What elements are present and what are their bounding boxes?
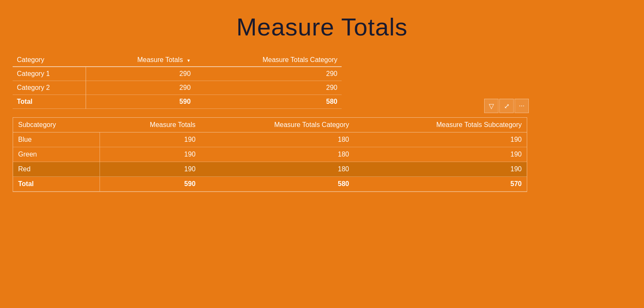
expand-button[interactable]: ⤢ [499, 99, 514, 113]
expand-icon: ⤢ [504, 102, 509, 110]
cell-total-mtc: 580 [195, 95, 342, 109]
col-header-subcategory[interactable]: Subcategory [13, 118, 100, 132]
cell-total-mts: 570 [354, 177, 527, 192]
col-header-subcategory-label: Subcategory [18, 121, 56, 128]
category-table: Category Measure Totals ▼ Measure Totals… [13, 54, 342, 109]
col-header-measure-totals-label: Measure Totals [137, 56, 183, 63]
cell-total-label: Total [13, 177, 100, 192]
cell-total-label: Total [13, 95, 86, 109]
cell-subcategory: Blue [13, 132, 100, 147]
subcategory-table: Subcategory Measure Totals Measure Total… [13, 118, 527, 192]
cell-subcategory: Red [13, 162, 100, 177]
table-row: Category 1 290 290 [13, 67, 342, 81]
cell-mt: 190 [100, 132, 201, 147]
page-container: Measure Totals Category Measure Totals ▼… [0, 0, 644, 308]
more-options-button[interactable]: ··· [515, 99, 529, 113]
cell-mt: 190 [100, 162, 201, 177]
table-row-highlighted: Red 190 180 190 [13, 162, 527, 177]
page-title: Measure Totals [8, 13, 636, 41]
bottom-table-container: Subcategory Measure Totals Measure Total… [13, 117, 527, 192]
col-header-category-label: Category [17, 56, 44, 63]
cell-mts: 190 [354, 147, 527, 162]
col-header-measure-totals-category[interactable]: Measure Totals Category [195, 54, 342, 67]
filter-button[interactable]: ▽ [484, 99, 498, 113]
col-header-sub-mts-label: Measure Totals Subcategory [437, 121, 522, 128]
col-header-sub-mtc-label: Measure Totals Category [274, 121, 349, 128]
col-header-sub-mt[interactable]: Measure Totals [100, 118, 201, 132]
cell-total-mtc: 580 [201, 177, 354, 192]
toolbar-icons: ▽ ⤢ ··· [484, 99, 529, 113]
cell-mts: 190 [354, 162, 527, 177]
cell-mtc: 180 [201, 147, 354, 162]
col-header-sub-mts[interactable]: Measure Totals Subcategory [354, 118, 527, 132]
cell-mtc: 180 [201, 162, 354, 177]
cell-category: Category 2 [13, 81, 86, 95]
cell-category: Category 1 [13, 67, 86, 81]
top-table-container: Category Measure Totals ▼ Measure Totals… [13, 54, 342, 109]
col-header-measure-totals[interactable]: Measure Totals ▼ [86, 54, 195, 67]
cell-mt: 290 [86, 67, 195, 81]
sort-icon: ▼ [186, 58, 191, 63]
cell-mt: 190 [100, 147, 201, 162]
col-header-category[interactable]: Category [13, 54, 86, 67]
col-header-mtc-label: Measure Totals Category [262, 56, 337, 63]
table-row-total: Total 590 580 [13, 95, 342, 109]
bottom-table-wrapper: ▽ ⤢ ··· Subcategory Measure Totals [8, 117, 527, 192]
category-table-header-row: Category Measure Totals ▼ Measure Totals… [13, 54, 342, 67]
table-row: Green 190 180 190 [13, 147, 527, 162]
cell-total-mt: 590 [100, 177, 201, 192]
cell-mt: 290 [86, 81, 195, 95]
table-row-total: Total 590 580 570 [13, 177, 527, 192]
cell-mtc: 290 [195, 67, 342, 81]
cell-mtc: 290 [195, 81, 342, 95]
col-header-sub-mtc[interactable]: Measure Totals Category [201, 118, 354, 132]
table-row: Category 2 290 290 [13, 81, 342, 95]
cell-mts: 190 [354, 132, 527, 147]
table-row: Blue 190 180 190 [13, 132, 527, 147]
subcategory-table-header-row: Subcategory Measure Totals Measure Total… [13, 118, 527, 132]
cell-total-mt: 590 [86, 95, 195, 109]
filter-icon: ▽ [489, 102, 494, 110]
cell-subcategory: Green [13, 147, 100, 162]
more-icon: ··· [519, 102, 524, 110]
cell-mtc: 180 [201, 132, 354, 147]
col-header-sub-mt-label: Measure Totals [150, 121, 195, 128]
